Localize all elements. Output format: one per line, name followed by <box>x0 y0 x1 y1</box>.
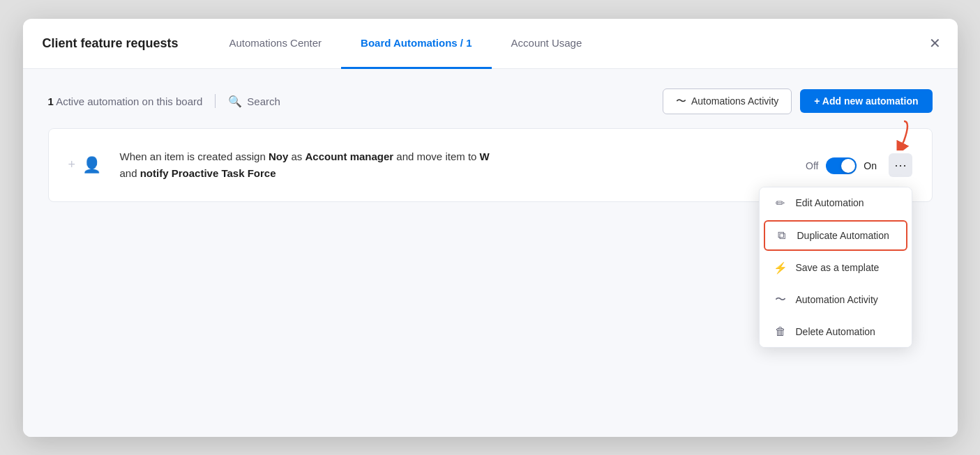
modal-header: Client feature requests Automations Cent… <box>23 19 958 69</box>
add-label: + Add new automation <box>814 95 918 107</box>
three-dots-icon: ⋯ <box>894 157 907 173</box>
automation-toggle[interactable] <box>826 157 857 174</box>
edit-label: Edit Automation <box>796 197 864 208</box>
automation-card: + 👤 When an item is created assign Noy a… <box>48 128 933 202</box>
card-icons: + 👤 <box>68 156 103 174</box>
delete-icon: 🗑 <box>774 325 787 338</box>
toolbar: 1 Active automation on this board 🔍 Sear… <box>48 88 933 114</box>
activity-label: Automations Activity <box>691 95 778 107</box>
role-text: Account manager <box>305 151 393 162</box>
modal-body: 1 Active automation on this board 🔍 Sear… <box>23 69 958 437</box>
card-controls: Off On <box>806 153 912 177</box>
assignee-name: Noy <box>269 151 288 162</box>
edit-icon: ✏ <box>774 196 787 210</box>
destination-text: W <box>480 151 490 162</box>
tab-board-automations[interactable]: Board Automations / 1 <box>341 19 491 69</box>
automations-activity-button[interactable]: 〜 Automations Activity <box>663 88 792 114</box>
activity-item-icon: 〜 <box>774 293 787 307</box>
dropdown-item-delete[interactable]: 🗑 Delete Automation <box>760 316 912 347</box>
main-modal: Client feature requests Automations Cent… <box>23 19 958 437</box>
dropdown-item-save-template[interactable]: ⚡ Save as a template <box>760 252 912 284</box>
automation-description: When an item is created assign Noy as Ac… <box>120 148 790 182</box>
card-controls-wrapper: Off On <box>806 153 912 177</box>
modal-title: Client feature requests <box>43 36 182 51</box>
dropdown-menu: ✏ Edit Automation ⧉ Duplicate Automation… <box>759 187 912 348</box>
add-new-automation-button[interactable]: + Add new automation <box>800 89 932 113</box>
dropdown-item-activity[interactable]: 〜 Automation Activity <box>760 284 912 316</box>
person-icon: 👤 <box>82 156 101 174</box>
activity-item-label: Automation Activity <box>796 294 878 305</box>
template-icon: ⚡ <box>774 261 787 275</box>
text-middle2: and move item to <box>393 151 479 162</box>
search-label: Search <box>247 95 280 107</box>
toggle-knob <box>841 159 855 173</box>
close-button[interactable]: ✕ <box>929 36 941 50</box>
tab-automations-center[interactable]: Automations Center <box>210 19 342 69</box>
template-label: Save as a template <box>796 262 880 273</box>
text-end: and <box>120 167 140 179</box>
tab-account-usage[interactable]: Account Usage <box>492 19 602 69</box>
toolbar-divider <box>215 94 216 108</box>
text-middle1: as <box>288 151 305 162</box>
on-label: On <box>864 160 877 171</box>
dropdown-item-edit[interactable]: ✏ Edit Automation <box>760 187 912 219</box>
three-dots-button[interactable]: ⋯ <box>889 153 912 177</box>
duplicate-icon: ⧉ <box>775 229 789 242</box>
dropdown-item-duplicate[interactable]: ⧉ Duplicate Automation <box>764 220 907 251</box>
delete-label: Delete Automation <box>796 326 875 337</box>
active-count-label: 1 Active automation on this board <box>48 95 203 107</box>
tabs-nav: Automations Center Board Automations / 1… <box>210 19 602 68</box>
red-arrow <box>869 120 911 151</box>
duplicate-label: Duplicate Automation <box>797 230 889 241</box>
activity-icon: 〜 <box>676 95 686 108</box>
text-before: When an item is created assign <box>120 151 269 162</box>
search-icon: 🔍 <box>228 95 242 108</box>
plus-icon: + <box>68 157 76 172</box>
toolbar-right: 〜 Automations Activity + Add new automat… <box>663 88 933 114</box>
search-button[interactable]: 🔍 Search <box>228 95 280 108</box>
notify-text: notify Proactive Task Force <box>140 167 276 179</box>
off-label: Off <box>806 160 818 171</box>
